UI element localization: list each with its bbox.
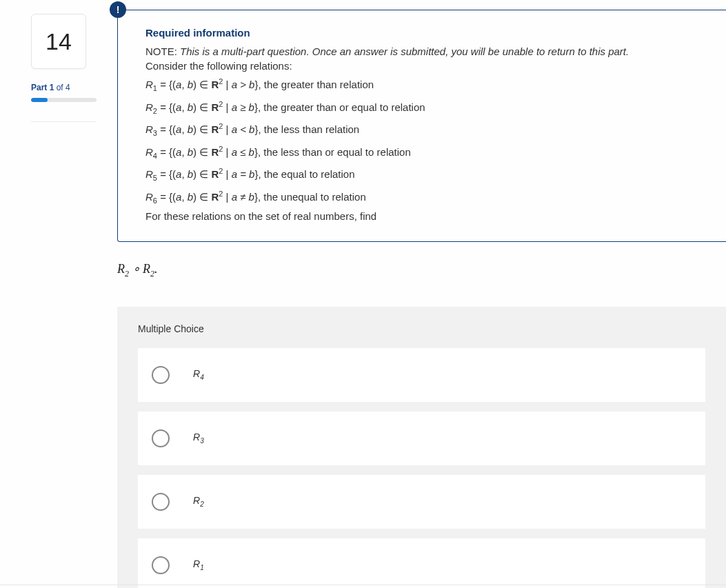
question-prompt: R2 ∘ R2. — [117, 261, 726, 279]
choice-label: R3 — [193, 432, 204, 445]
note-line: NOTE: This is a multi-part question. Onc… — [145, 45, 705, 57]
radio-icon[interactable] — [152, 493, 170, 511]
choice-option[interactable]: R4 — [138, 348, 705, 402]
choice-label: R1 — [193, 558, 204, 571]
required-info-box: ! Required information NOTE: This is a m… — [117, 10, 726, 242]
choice-label: R4 — [193, 368, 204, 381]
consider-line: Consider the following relations: — [145, 60, 705, 72]
footer-line: For these relations on the set of real n… — [145, 210, 705, 222]
choice-label: R2 — [193, 495, 204, 508]
relation-line: R2 = {(a, b) ∈ R2 | a ≥ b}, the greater … — [145, 99, 705, 117]
choice-option[interactable]: R3 — [138, 412, 705, 465]
relation-line: R3 = {(a, b) ∈ R2 | a < b}, the less tha… — [145, 121, 705, 139]
required-info-title: Required information — [145, 27, 705, 39]
progress-fill — [31, 98, 48, 102]
alert-icon: ! — [110, 1, 126, 18]
radio-icon[interactable] — [152, 556, 170, 574]
relation-line: R4 = {(a, b) ∈ R2 | a ≤ b}, the less tha… — [145, 143, 705, 162]
question-number-box: 14 — [31, 14, 86, 69]
question-number: 14 — [46, 28, 72, 55]
part-label: Part 1 of 4 — [31, 83, 103, 92]
page-footer-divider — [0, 585, 726, 585]
choice-option[interactable]: R1 — [138, 538, 705, 588]
progress-bar — [31, 98, 97, 102]
relation-line: R1 = {(a, b) ∈ R2 | a > b}, the greater … — [145, 76, 705, 94]
mc-heading: Multiple Choice — [138, 323, 705, 334]
divider — [31, 121, 97, 122]
choice-option[interactable]: R2 — [138, 475, 705, 529]
relation-line: R5 = {(a, b) ∈ R2 | a = b}, the equal to… — [145, 165, 705, 184]
relation-line: R6 = {(a, b) ∈ R2 | a ≠ b}, the unequal … — [145, 188, 705, 207]
radio-icon[interactable] — [152, 366, 170, 384]
multiple-choice-block: Multiple Choice R4 R3 R2 — [117, 307, 726, 588]
radio-icon[interactable] — [152, 429, 170, 447]
